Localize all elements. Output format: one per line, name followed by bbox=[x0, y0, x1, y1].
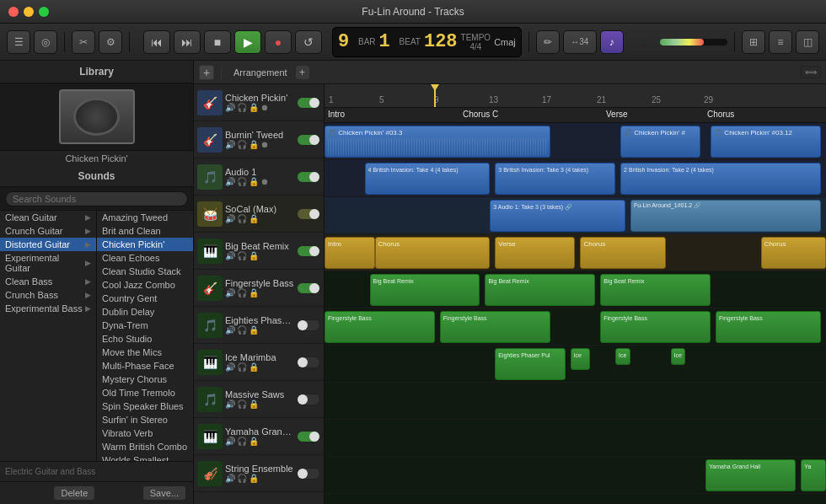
pencil-tool[interactable]: ✏ bbox=[536, 30, 560, 54]
lib-preset-chicken-pickin[interactable]: Chicken Pickin' bbox=[97, 238, 193, 251]
search-input[interactable] bbox=[5, 191, 188, 206]
lib-preset-spin-speaker-blues[interactable]: Spin Speaker Blues bbox=[97, 399, 193, 413]
clip-audio1-2[interactable]: Fu-Lin Around_1#01.2 🔗 bbox=[630, 200, 821, 232]
lib-category-experimental-guitar[interactable]: Experimental Guitar▶ bbox=[0, 251, 96, 275]
lib-preset-mystery-chorus[interactable]: Mystery Chorus bbox=[97, 373, 193, 386]
forward-button[interactable]: ⏭ bbox=[174, 30, 201, 54]
headphone-icon-3[interactable]: 🎧 bbox=[237, 177, 247, 186]
mute-icon-6[interactable]: 🔊 bbox=[225, 288, 235, 298]
timeline-ruler[interactable]: 1 5 9 13 17 21 25 29 bbox=[324, 84, 826, 108]
clip-socal-chorus3[interactable]: Chorus bbox=[761, 237, 826, 269]
mute-icon-3[interactable]: 🔊 bbox=[225, 177, 235, 186]
lib-preset-warm-british-combo[interactable]: Warm British Combo bbox=[97, 440, 193, 453]
arrangement-add-button[interactable]: + bbox=[296, 66, 309, 79]
mute-icon-8[interactable]: 🔊 bbox=[225, 362, 235, 372]
lib-category-clean-guitar[interactable]: Clean Guitar▶ bbox=[0, 211, 96, 224]
lock-icon-9[interactable]: 🔒 bbox=[249, 399, 259, 409]
headphone-icon-1[interactable]: 🎧 bbox=[237, 103, 247, 112]
mute-icon-10[interactable]: 🔊 bbox=[225, 437, 235, 446]
clip-british-2[interactable]: 3 British Invasion: Take 3 (4 takes) bbox=[495, 163, 615, 195]
track-toggle-8[interactable] bbox=[297, 357, 320, 368]
headphone-icon-6[interactable]: 🎧 bbox=[237, 288, 247, 298]
mute-icon-7[interactable]: 🔊 bbox=[225, 325, 235, 335]
headphone-icon-7[interactable]: 🎧 bbox=[237, 325, 247, 335]
clip-yamaha-1[interactable]: Yamaha Grand Hall bbox=[705, 459, 796, 491]
lib-preset-amazing-tweed[interactable]: Amazing Tweed bbox=[97, 211, 193, 224]
lock-icon-8[interactable]: 🔒 bbox=[249, 362, 259, 372]
stop-button[interactable]: ■ bbox=[204, 30, 231, 54]
add-track-button[interactable]: + bbox=[199, 65, 214, 80]
lib-category-experimental-bass[interactable]: Experimental Bass▶ bbox=[0, 302, 96, 315]
minimize-button[interactable] bbox=[24, 7, 34, 17]
lib-preset-multi-phase-face[interactable]: Multi-Phase Face bbox=[97, 359, 193, 373]
lock-icon-11[interactable]: 🔒 bbox=[249, 474, 259, 483]
rewind-button[interactable]: ⏮ bbox=[143, 30, 170, 54]
mute-icon-9[interactable]: 🔊 bbox=[225, 399, 235, 409]
save-button[interactable]: Save... bbox=[142, 485, 186, 501]
track-toggle-7[interactable] bbox=[297, 319, 320, 331]
mute-icon-11[interactable]: 🔊 bbox=[225, 474, 235, 483]
track-lane-7[interactable]: Eighties Phaser Pul Ice Ice Ice bbox=[324, 346, 826, 383]
record-icon-2[interactable]: ⏺ bbox=[260, 140, 269, 149]
mixer-button[interactable]: ≡ bbox=[769, 30, 792, 54]
lib-preset-move-the-mics[interactable]: Move the Mics bbox=[97, 346, 193, 359]
lock-icon-6[interactable]: 🔒 bbox=[249, 288, 259, 298]
clip-audio1-1[interactable]: 3 Audio 1: Take 3 (3 takes) 🔗 bbox=[490, 200, 625, 232]
clip-bigbeat-3[interactable]: Big Beat Remix bbox=[600, 274, 711, 306]
track-toggle-10[interactable] bbox=[297, 431, 320, 442]
lib-category-crunch-guitar[interactable]: Crunch Guitar▶ bbox=[0, 224, 96, 238]
lock-icon-5[interactable]: 🔒 bbox=[249, 251, 259, 260]
mute-icon-1[interactable]: 🔊 bbox=[225, 103, 235, 112]
track-toggle-5[interactable] bbox=[297, 245, 320, 257]
track-lane-1[interactable]: 🎵 Chicken Pickin' #03.3 🎵 Chicken Pickin… bbox=[324, 123, 826, 160]
lib-preset-old-time-tremolo[interactable]: Old Time Tremolo bbox=[97, 386, 193, 399]
scissors-button[interactable]: ✂ bbox=[72, 30, 95, 54]
lib-preset-echo-studio[interactable]: Echo Studio bbox=[97, 332, 193, 346]
clip-british-3[interactable]: 2 British Invasion: Take 2 (4 takes) bbox=[620, 163, 821, 195]
clip-fingerstyle-3[interactable]: Fingerstyle Bass bbox=[600, 311, 711, 343]
track-lane-4[interactable]: Intro Chorus Verse Chorus bbox=[324, 234, 826, 271]
track-lane-6[interactable]: Fingerstyle Bass Fingerstyle Bass Finger… bbox=[324, 308, 826, 346]
mute-icon-4[interactable]: 🔊 bbox=[225, 214, 235, 223]
headphone-icon-9[interactable]: 🎧 bbox=[237, 399, 247, 409]
play-button[interactable]: ▶ bbox=[234, 30, 261, 54]
clip-ice-3[interactable]: Ice bbox=[671, 348, 686, 365]
score-icon[interactable]: ♪ bbox=[600, 30, 624, 54]
track-lane-5[interactable]: Big Beat Remix Big Beat Remix Big Beat R… bbox=[324, 271, 826, 308]
clip-chicken-pickin-1[interactable]: 🎵 Chicken Pickin' #03.3 bbox=[324, 126, 550, 158]
clip-fingerstyle-4[interactable]: Fingerstyle Bass bbox=[716, 311, 821, 343]
headphone-icon-2[interactable]: 🎧 bbox=[237, 140, 247, 149]
maximize-button[interactable] bbox=[39, 7, 49, 17]
clip-socal-chorus2[interactable]: Chorus bbox=[580, 237, 665, 269]
smart-controls-button[interactable]: ◎ bbox=[34, 30, 57, 54]
key-display[interactable]: Cmaj bbox=[494, 37, 516, 47]
close-button[interactable] bbox=[8, 7, 19, 17]
delete-button[interactable]: Delete bbox=[53, 485, 95, 501]
lib-preset-clean-studio-stack[interactable]: Clean Studio Stack bbox=[97, 265, 193, 278]
lib-preset-cool-jazz-combo[interactable]: Cool Jazz Combo bbox=[97, 278, 193, 292]
clip-bigbeat-1[interactable]: Big Beat Remix bbox=[370, 274, 480, 306]
track-toggle-3[interactable] bbox=[297, 171, 320, 183]
master-volume[interactable] bbox=[660, 39, 727, 46]
lib-category-distorted-guitar[interactable]: Distorted Guitar▶ bbox=[0, 238, 96, 251]
lib-category-clean-bass[interactable]: Clean Bass▶ bbox=[0, 275, 96, 288]
record-icon-3[interactable]: ⏺ bbox=[260, 177, 269, 186]
lib-preset-dublin-delay[interactable]: Dublin Delay bbox=[97, 305, 193, 319]
headphone-icon-11[interactable]: 🎧 bbox=[237, 474, 247, 483]
headphone-icon-4[interactable]: 🎧 bbox=[237, 214, 247, 223]
clip-socal-verse[interactable]: Verse bbox=[495, 237, 575, 269]
clip-chicken-pickin-2[interactable]: 🎵 Chicken Pickin' # bbox=[620, 126, 700, 158]
clip-ice-1[interactable]: Ice bbox=[571, 348, 591, 370]
record-button[interactable]: ● bbox=[265, 30, 292, 54]
clip-socal-intro[interactable]: Intro bbox=[324, 237, 375, 269]
track-lane-3[interactable]: 3 Audio 1: Take 3 (3 takes) 🔗 Fu-Lin Aro… bbox=[324, 197, 826, 234]
lib-preset-clean-echoes[interactable]: Clean Echoes bbox=[97, 251, 193, 265]
clip-socal-chorus1[interactable]: Chorus bbox=[375, 237, 491, 269]
clip-fingerstyle-2[interactable]: Fingerstyle Bass bbox=[440, 311, 550, 343]
track-toggle-9[interactable] bbox=[297, 394, 320, 405]
clip-british-1[interactable]: 4 British Invasion: Take 4 (4 takes) bbox=[365, 163, 491, 195]
clip-fingerstyle-1[interactable]: Fingerstyle Bass bbox=[324, 311, 435, 343]
lock-icon-7[interactable]: 🔒 bbox=[249, 325, 259, 335]
mute-icon-2[interactable]: 🔊 bbox=[225, 140, 235, 149]
headphone-icon-5[interactable]: 🎧 bbox=[237, 251, 247, 260]
